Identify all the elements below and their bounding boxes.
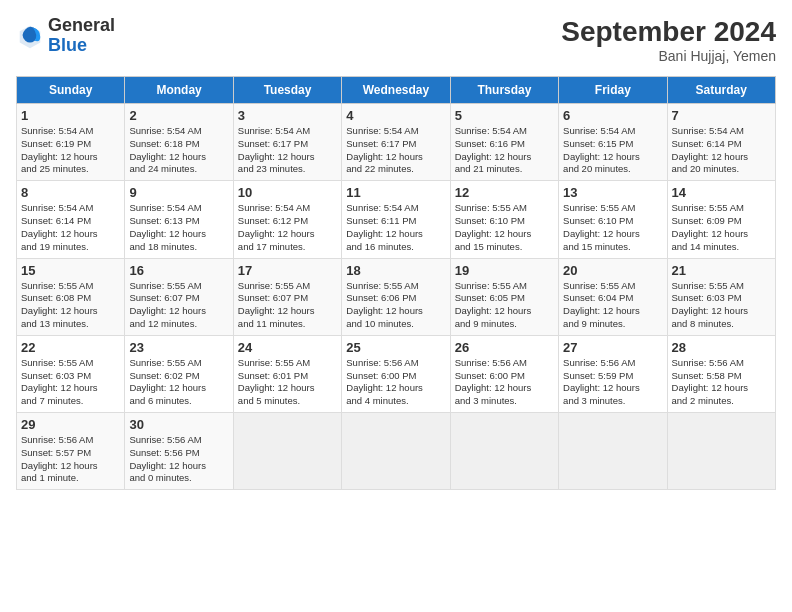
day-info: Sunrise: 5:55 AM Sunset: 6:07 PM Dayligh…	[129, 280, 228, 331]
table-row: 26Sunrise: 5:56 AM Sunset: 6:00 PM Dayli…	[450, 335, 558, 412]
table-row: 24Sunrise: 5:55 AM Sunset: 6:01 PM Dayli…	[233, 335, 341, 412]
day-number: 17	[238, 263, 337, 278]
table-row	[342, 413, 450, 490]
day-info: Sunrise: 5:55 AM Sunset: 6:03 PM Dayligh…	[672, 280, 771, 331]
day-number: 26	[455, 340, 554, 355]
table-row: 16Sunrise: 5:55 AM Sunset: 6:07 PM Dayli…	[125, 258, 233, 335]
table-row	[559, 413, 667, 490]
day-info: Sunrise: 5:56 AM Sunset: 5:56 PM Dayligh…	[129, 434, 228, 485]
table-row: 21Sunrise: 5:55 AM Sunset: 6:03 PM Dayli…	[667, 258, 775, 335]
calendar-header-row: SundayMondayTuesdayWednesdayThursdayFrid…	[17, 77, 776, 104]
table-row: 11Sunrise: 5:54 AM Sunset: 6:11 PM Dayli…	[342, 181, 450, 258]
day-number: 7	[672, 108, 771, 123]
day-info: Sunrise: 5:56 AM Sunset: 6:00 PM Dayligh…	[455, 357, 554, 408]
table-row: 1Sunrise: 5:54 AM Sunset: 6:19 PM Daylig…	[17, 104, 125, 181]
day-number: 9	[129, 185, 228, 200]
day-number: 19	[455, 263, 554, 278]
day-number: 24	[238, 340, 337, 355]
day-number: 1	[21, 108, 120, 123]
day-number: 28	[672, 340, 771, 355]
month-title: September 2024	[561, 16, 776, 48]
table-row: 30Sunrise: 5:56 AM Sunset: 5:56 PM Dayli…	[125, 413, 233, 490]
day-number: 13	[563, 185, 662, 200]
day-info: Sunrise: 5:54 AM Sunset: 6:17 PM Dayligh…	[346, 125, 445, 176]
header-thursday: Thursday	[450, 77, 558, 104]
day-number: 14	[672, 185, 771, 200]
day-info: Sunrise: 5:54 AM Sunset: 6:15 PM Dayligh…	[563, 125, 662, 176]
day-number: 23	[129, 340, 228, 355]
title-section: September 2024 Bani Hujjaj, Yemen	[561, 16, 776, 64]
day-number: 11	[346, 185, 445, 200]
table-row: 17Sunrise: 5:55 AM Sunset: 6:07 PM Dayli…	[233, 258, 341, 335]
day-info: Sunrise: 5:55 AM Sunset: 6:06 PM Dayligh…	[346, 280, 445, 331]
day-number: 21	[672, 263, 771, 278]
logo: General Blue	[16, 16, 115, 56]
header-friday: Friday	[559, 77, 667, 104]
table-row	[667, 413, 775, 490]
day-info: Sunrise: 5:54 AM Sunset: 6:11 PM Dayligh…	[346, 202, 445, 253]
day-info: Sunrise: 5:55 AM Sunset: 6:08 PM Dayligh…	[21, 280, 120, 331]
table-row: 22Sunrise: 5:55 AM Sunset: 6:03 PM Dayli…	[17, 335, 125, 412]
day-number: 29	[21, 417, 120, 432]
day-info: Sunrise: 5:54 AM Sunset: 6:14 PM Dayligh…	[672, 125, 771, 176]
header-sunday: Sunday	[17, 77, 125, 104]
day-info: Sunrise: 5:55 AM Sunset: 6:05 PM Dayligh…	[455, 280, 554, 331]
table-row: 2Sunrise: 5:54 AM Sunset: 6:18 PM Daylig…	[125, 104, 233, 181]
day-number: 8	[21, 185, 120, 200]
day-info: Sunrise: 5:55 AM Sunset: 6:07 PM Dayligh…	[238, 280, 337, 331]
table-row: 9Sunrise: 5:54 AM Sunset: 6:13 PM Daylig…	[125, 181, 233, 258]
day-number: 4	[346, 108, 445, 123]
day-number: 22	[21, 340, 120, 355]
table-row: 8Sunrise: 5:54 AM Sunset: 6:14 PM Daylig…	[17, 181, 125, 258]
day-info: Sunrise: 5:54 AM Sunset: 6:13 PM Dayligh…	[129, 202, 228, 253]
day-info: Sunrise: 5:55 AM Sunset: 6:04 PM Dayligh…	[563, 280, 662, 331]
day-info: Sunrise: 5:56 AM Sunset: 5:57 PM Dayligh…	[21, 434, 120, 485]
table-row: 27Sunrise: 5:56 AM Sunset: 5:59 PM Dayli…	[559, 335, 667, 412]
day-number: 5	[455, 108, 554, 123]
day-number: 3	[238, 108, 337, 123]
table-row: 5Sunrise: 5:54 AM Sunset: 6:16 PM Daylig…	[450, 104, 558, 181]
page-header: General Blue September 2024 Bani Hujjaj,…	[16, 16, 776, 64]
table-row: 6Sunrise: 5:54 AM Sunset: 6:15 PM Daylig…	[559, 104, 667, 181]
day-number: 12	[455, 185, 554, 200]
header-saturday: Saturday	[667, 77, 775, 104]
day-number: 25	[346, 340, 445, 355]
day-number: 2	[129, 108, 228, 123]
day-number: 16	[129, 263, 228, 278]
day-info: Sunrise: 5:54 AM Sunset: 6:12 PM Dayligh…	[238, 202, 337, 253]
day-number: 20	[563, 263, 662, 278]
table-row: 12Sunrise: 5:55 AM Sunset: 6:10 PM Dayli…	[450, 181, 558, 258]
logo-text: General Blue	[48, 16, 115, 56]
table-row: 4Sunrise: 5:54 AM Sunset: 6:17 PM Daylig…	[342, 104, 450, 181]
day-number: 15	[21, 263, 120, 278]
calendar-week-3: 22Sunrise: 5:55 AM Sunset: 6:03 PM Dayli…	[17, 335, 776, 412]
table-row: 23Sunrise: 5:55 AM Sunset: 6:02 PM Dayli…	[125, 335, 233, 412]
header-monday: Monday	[125, 77, 233, 104]
day-info: Sunrise: 5:56 AM Sunset: 5:58 PM Dayligh…	[672, 357, 771, 408]
day-number: 6	[563, 108, 662, 123]
table-row: 18Sunrise: 5:55 AM Sunset: 6:06 PM Dayli…	[342, 258, 450, 335]
calendar-week-0: 1Sunrise: 5:54 AM Sunset: 6:19 PM Daylig…	[17, 104, 776, 181]
table-row: 25Sunrise: 5:56 AM Sunset: 6:00 PM Dayli…	[342, 335, 450, 412]
day-info: Sunrise: 5:56 AM Sunset: 5:59 PM Dayligh…	[563, 357, 662, 408]
day-info: Sunrise: 5:54 AM Sunset: 6:14 PM Dayligh…	[21, 202, 120, 253]
table-row: 20Sunrise: 5:55 AM Sunset: 6:04 PM Dayli…	[559, 258, 667, 335]
calendar-week-1: 8Sunrise: 5:54 AM Sunset: 6:14 PM Daylig…	[17, 181, 776, 258]
table-row: 10Sunrise: 5:54 AM Sunset: 6:12 PM Dayli…	[233, 181, 341, 258]
day-info: Sunrise: 5:54 AM Sunset: 6:16 PM Dayligh…	[455, 125, 554, 176]
logo-icon	[16, 22, 44, 50]
day-info: Sunrise: 5:55 AM Sunset: 6:03 PM Dayligh…	[21, 357, 120, 408]
day-info: Sunrise: 5:55 AM Sunset: 6:02 PM Dayligh…	[129, 357, 228, 408]
table-row: 7Sunrise: 5:54 AM Sunset: 6:14 PM Daylig…	[667, 104, 775, 181]
calendar-week-2: 15Sunrise: 5:55 AM Sunset: 6:08 PM Dayli…	[17, 258, 776, 335]
day-info: Sunrise: 5:55 AM Sunset: 6:01 PM Dayligh…	[238, 357, 337, 408]
table-row	[233, 413, 341, 490]
day-info: Sunrise: 5:55 AM Sunset: 6:10 PM Dayligh…	[455, 202, 554, 253]
table-row: 28Sunrise: 5:56 AM Sunset: 5:58 PM Dayli…	[667, 335, 775, 412]
day-info: Sunrise: 5:54 AM Sunset: 6:18 PM Dayligh…	[129, 125, 228, 176]
table-row: 19Sunrise: 5:55 AM Sunset: 6:05 PM Dayli…	[450, 258, 558, 335]
day-info: Sunrise: 5:54 AM Sunset: 6:17 PM Dayligh…	[238, 125, 337, 176]
day-info: Sunrise: 5:54 AM Sunset: 6:19 PM Dayligh…	[21, 125, 120, 176]
table-row: 13Sunrise: 5:55 AM Sunset: 6:10 PM Dayli…	[559, 181, 667, 258]
location: Bani Hujjaj, Yemen	[561, 48, 776, 64]
